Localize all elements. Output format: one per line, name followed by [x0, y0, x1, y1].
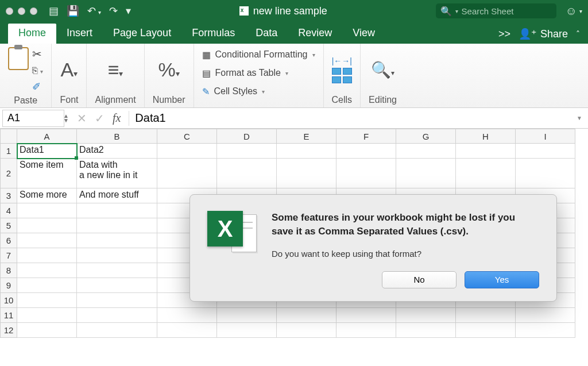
cell[interactable] — [77, 203, 157, 218]
cell[interactable] — [396, 144, 456, 159]
cell[interactable] — [277, 144, 336, 159]
cell[interactable] — [77, 248, 157, 263]
number-icon[interactable]: %▾ — [158, 59, 179, 81]
cell[interactable] — [217, 323, 277, 338]
cell[interactable] — [456, 144, 516, 159]
cell[interactable] — [157, 308, 217, 323]
cell[interactable] — [17, 248, 77, 263]
search-sheet-box[interactable]: 🔍▾ — [436, 3, 556, 18]
cell[interactable]: Data with a new line in it — [77, 159, 157, 188]
paste-button[interactable] — [8, 47, 29, 70]
cell[interactable] — [217, 159, 277, 188]
editing-find-icon[interactable]: 🔍▾ — [371, 60, 394, 79]
cell[interactable] — [516, 144, 575, 159]
search-dropdown-icon[interactable]: ▾ — [455, 8, 458, 14]
close-window-button[interactable] — [6, 7, 13, 15]
cell[interactable] — [516, 159, 575, 188]
col-header-B[interactable]: B — [77, 129, 157, 144]
row-header[interactable]: 11 — [0, 308, 17, 323]
col-header-D[interactable]: D — [217, 129, 277, 144]
dialog-yes-button[interactable]: Yes — [465, 271, 539, 288]
cell[interactable] — [336, 144, 396, 159]
cell[interactable] — [17, 308, 77, 323]
formula-input[interactable] — [129, 111, 577, 125]
tab-review[interactable]: Review — [288, 24, 342, 44]
save-icon[interactable]: ▤ — [49, 6, 59, 16]
tab-insert[interactable]: Insert — [56, 24, 103, 44]
name-box-stepper[interactable]: ▲▼ — [63, 114, 69, 123]
cell[interactable] — [77, 263, 157, 278]
row-header[interactable]: 12 — [0, 323, 17, 338]
col-header-H[interactable]: H — [456, 129, 516, 144]
cell[interactable] — [277, 323, 336, 338]
name-box[interactable]: A1 — [2, 110, 64, 127]
row-header[interactable]: 8 — [0, 263, 17, 278]
cell[interactable] — [396, 323, 456, 338]
cell[interactable] — [217, 308, 277, 323]
zoom-window-button[interactable] — [30, 7, 37, 15]
tab-formulas[interactable]: Formulas — [181, 24, 245, 44]
row-header[interactable]: 9 — [0, 278, 17, 293]
feedback-smiley-icon[interactable]: ☺ — [566, 5, 577, 18]
row-header[interactable]: 5 — [0, 218, 17, 233]
share-button[interactable]: 👤⁺ Share — [519, 28, 568, 40]
cell[interactable] — [17, 278, 77, 293]
cell[interactable]: Some more — [17, 188, 77, 203]
search-input[interactable] — [462, 6, 552, 16]
col-header-I[interactable]: I — [516, 129, 575, 144]
cut-icon[interactable]: ✂ — [32, 47, 43, 61]
cell[interactable]: And more stuff — [77, 188, 157, 203]
redo-icon[interactable]: ↷ — [109, 6, 118, 16]
tab-data[interactable]: Data — [245, 24, 288, 44]
cell[interactable] — [217, 144, 277, 159]
cell[interactable] — [456, 308, 516, 323]
cell[interactable]: Data1 — [17, 144, 77, 159]
cell[interactable] — [77, 323, 157, 338]
cell[interactable] — [77, 218, 157, 233]
cell[interactable] — [336, 159, 396, 188]
col-header-E[interactable]: E — [277, 129, 336, 144]
feedback-menu-icon[interactable]: ▾ — [579, 8, 582, 14]
format-as-table-button[interactable]: ▤ Format as Table ▾ — [202, 66, 288, 80]
cancel-formula-icon[interactable]: ✕ — [77, 111, 87, 125]
row-header[interactable]: 7 — [0, 248, 17, 263]
cell[interactable] — [456, 323, 516, 338]
cell[interactable] — [516, 308, 575, 323]
cell[interactable] — [396, 308, 456, 323]
qat-customize-icon[interactable]: ▾ — [126, 6, 131, 16]
dialog-no-button[interactable]: No — [382, 271, 457, 288]
tab-page-layout[interactable]: Page Layout — [103, 24, 181, 44]
cell[interactable] — [336, 308, 396, 323]
row-header[interactable]: 6 — [0, 233, 17, 248]
col-header-F[interactable]: F — [336, 129, 396, 144]
cell[interactable] — [17, 293, 77, 308]
undo-icon[interactable]: ↶▾ — [87, 6, 101, 16]
cell[interactable] — [77, 293, 157, 308]
row-header[interactable]: 1 — [0, 144, 17, 159]
cell[interactable] — [157, 144, 217, 159]
col-header-C[interactable]: C — [157, 129, 217, 144]
select-all-corner[interactable] — [0, 129, 17, 144]
cell[interactable] — [77, 278, 157, 293]
row-header[interactable]: 3 — [0, 188, 17, 203]
format-painter-icon[interactable]: ✐ — [32, 80, 43, 93]
cell[interactable] — [336, 323, 396, 338]
col-header-G[interactable]: G — [396, 129, 456, 144]
save-button-icon[interactable]: 💾 — [67, 6, 79, 16]
row-header[interactable]: 2 — [0, 159, 17, 188]
tabs-overflow-button[interactable]: >> — [498, 28, 510, 40]
alignment-icon[interactable]: ≡▾ — [108, 59, 123, 81]
cell[interactable]: Data2 — [77, 144, 157, 159]
collapse-ribbon-icon[interactable]: ˄ — [576, 29, 580, 38]
cell[interactable] — [17, 218, 77, 233]
cell[interactable] — [17, 263, 77, 278]
cell[interactable]: Some item — [17, 159, 77, 188]
tab-view[interactable]: View — [342, 24, 385, 44]
cells-button[interactable]: |←→| — [332, 56, 352, 83]
cell[interactable] — [17, 203, 77, 218]
cell[interactable] — [157, 159, 217, 188]
fx-label[interactable]: fx — [113, 111, 121, 125]
cell[interactable] — [77, 233, 157, 248]
expand-formula-bar-icon[interactable]: ▼ — [577, 115, 582, 121]
row-header[interactable]: 4 — [0, 203, 17, 218]
